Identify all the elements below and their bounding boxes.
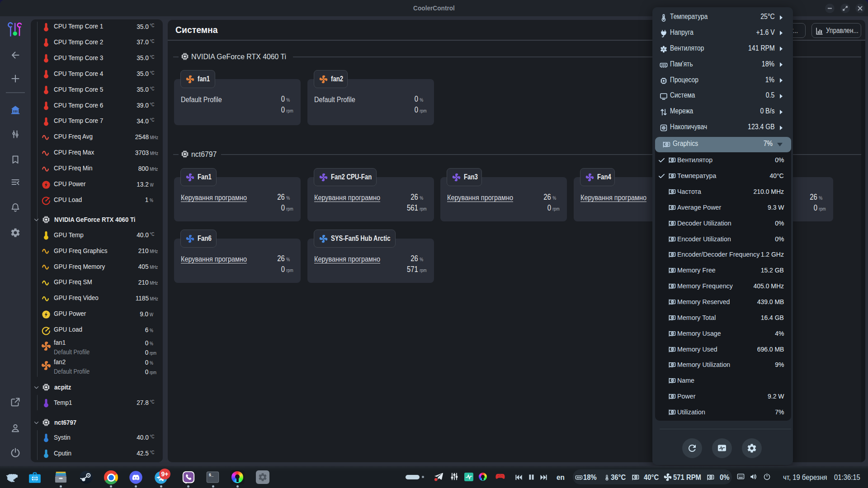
svg-text:$_: $_ [209, 473, 214, 478]
